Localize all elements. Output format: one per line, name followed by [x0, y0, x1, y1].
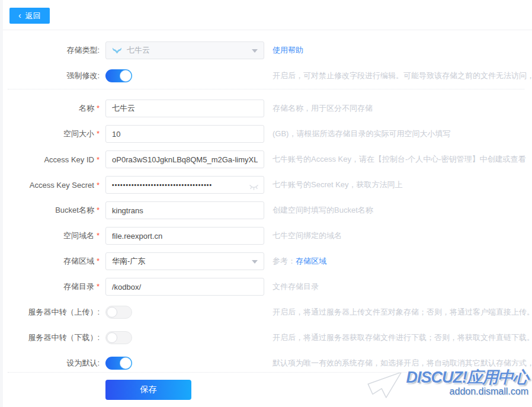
domain-hint: 七牛空间绑定的域名	[273, 230, 342, 241]
storage-type-row: 存储类型: 七牛云 使用帮助	[0, 41, 532, 59]
storage-type-select: 七牛云	[105, 41, 264, 59]
required-star: *	[97, 231, 100, 240]
required-star: *	[97, 206, 100, 214]
size-label: 空间大小*	[0, 129, 105, 139]
force-edit-row: 强制修改: 开启后，可对禁止修改字段进行编辑。可能导致该存储之前的文件无法访问，…	[0, 67, 532, 85]
access-key-id-row: Access Key ID* 七牛账号的Access Key，请在【控制台-个人…	[0, 150, 532, 168]
directory-hint: 文件存储目录	[273, 281, 319, 292]
bucket-input[interactable]	[105, 201, 264, 219]
required-star: *	[97, 257, 100, 265]
access-key-id-hint: 七牛账号的Access Key，请在【控制台-个人中心-密钥管理】中创建或查看	[273, 154, 526, 165]
back-button-label: 返回	[25, 11, 41, 21]
region-select-value: 华南-广东	[112, 256, 145, 267]
storage-type-value: 七牛云	[127, 45, 150, 56]
relay-download-row: 服务器中转（下载）: 开启后，将通过服务器获取存储文件进行下载；否则，将获取文件…	[0, 329, 532, 347]
required-star: *	[97, 282, 100, 291]
domain-row: 空间域名* 七牛空间绑定的域名	[0, 227, 532, 245]
toggle-knob	[107, 307, 117, 318]
name-label: 名称*	[0, 103, 105, 114]
bucket-row: Bucket名称* 创建空间时填写的Bucket名称	[0, 201, 532, 219]
size-row: 空间大小* (GB)，请根据所选存储目录的实际可用空间大小填写	[0, 125, 532, 143]
relay-upload-label: 服务器中转（上传）:	[0, 307, 105, 318]
required-star: *	[97, 129, 100, 138]
save-button[interactable]: 保存	[105, 380, 191, 400]
region-hint: 参考：存储区域	[273, 256, 326, 267]
required-star: *	[97, 155, 100, 164]
bucket-hint: 创建空间时填写的Bucket名称	[273, 205, 373, 216]
dropdown-arrow-icon	[252, 49, 258, 53]
watermark: DISCUZ!应用中心 addon.dismall.com	[367, 369, 529, 405]
access-key-secret-hint: 七牛账号的Secret Key，获取方法同上	[273, 180, 403, 190]
access-key-id-label: Access Key ID*	[0, 155, 105, 164]
directory-input[interactable]	[105, 278, 264, 296]
domain-input[interactable]	[105, 227, 264, 245]
access-key-secret-row: Access Key Secret* 七牛账号的Secret Key，获取方法同…	[0, 176, 532, 194]
watermark-domain: addon.dismall.com	[406, 386, 529, 397]
back-button[interactable]: ‹ 返回	[9, 8, 50, 24]
relay-upload-hint: 开启后，将通过服务器上传文件至对象存储；否则，将通过客户端直接上传。	[273, 307, 532, 318]
access-key-secret-label: Access Key Secret*	[0, 181, 105, 190]
eye-closed-icon[interactable]	[249, 182, 259, 193]
force-edit-hint: 开启后，可对禁止修改字段进行编辑。可能导致该存储之前的文件无法访问，请谨慎操作。	[273, 70, 532, 81]
set-default-toggle[interactable]	[105, 357, 132, 370]
help-link[interactable]: 使用帮助	[273, 46, 303, 55]
storage-type-section: 存储类型: 七牛云 使用帮助 强制修改: 开启后，可对禁止修改字段进行编辑。可能…	[0, 30, 532, 85]
watermark-title: DISCUZ!应用中心	[406, 369, 529, 386]
region-reference-link[interactable]: 存储区域	[296, 257, 326, 265]
access-key-id-input[interactable]	[105, 150, 264, 168]
set-default-label: 设为默认:	[0, 358, 105, 368]
region-select[interactable]: 华南-广东	[105, 252, 264, 270]
bucket-label: Bucket名称*	[0, 205, 105, 216]
storage-type-label: 存储类型:	[0, 45, 105, 56]
region-row: 存储区域* 华南-广东 参考：存储区域	[0, 252, 532, 270]
region-label: 存储区域*	[0, 256, 105, 267]
size-input[interactable]	[105, 125, 264, 143]
relay-download-label: 服务器中转（下载）:	[0, 332, 105, 343]
storage-config-section: 名称* 存储名称，用于区分不同存储 空间大小* (GB)，请根据所选存储目录的实…	[0, 89, 532, 372]
relay-download-toggle[interactable]	[105, 331, 132, 344]
toggle-knob	[120, 358, 131, 368]
set-default-hint: 默认项为唯一有效的系统存储，如选择开启，将自动取消其它默认存储方式，请谨慎操作。	[273, 358, 532, 368]
required-star: *	[97, 104, 100, 113]
required-star: *	[97, 181, 100, 190]
size-hint: (GB)，请根据所选存储目录的实际可用空间大小填写	[273, 129, 450, 139]
domain-label: 空间域名*	[0, 230, 105, 241]
page-left-strip	[0, 0, 3, 407]
header: ‹ 返回	[0, 0, 532, 24]
toggle-knob	[120, 70, 131, 81]
name-row: 名称* 存储名称，用于区分不同存储	[0, 100, 532, 117]
toggle-knob	[107, 332, 117, 343]
relay-upload-row: 服务器中转（上传）: 开启后，将通过服务器上传文件至对象存储；否则，将通过客户端…	[0, 303, 532, 321]
force-edit-toggle[interactable]	[105, 69, 132, 82]
force-edit-label: 强制修改:	[0, 70, 105, 81]
access-key-secret-input[interactable]	[105, 176, 264, 194]
cursor-arrow-icon	[367, 373, 405, 405]
relay-download-hint: 开启后，将通过服务器获取存储文件进行下载；否则，将获取文件直链下载。	[273, 332, 532, 343]
name-hint: 存储名称，用于区分不同存储	[273, 103, 373, 114]
directory-row: 存储目录* 文件存储目录	[0, 278, 532, 296]
dropdown-arrow-icon	[252, 260, 258, 264]
qiniu-logo-icon	[112, 47, 122, 55]
name-input[interactable]	[105, 100, 264, 117]
directory-label: 存储目录*	[0, 281, 105, 292]
relay-upload-toggle[interactable]	[105, 306, 132, 319]
back-chevron-icon: ‹	[18, 11, 21, 20]
